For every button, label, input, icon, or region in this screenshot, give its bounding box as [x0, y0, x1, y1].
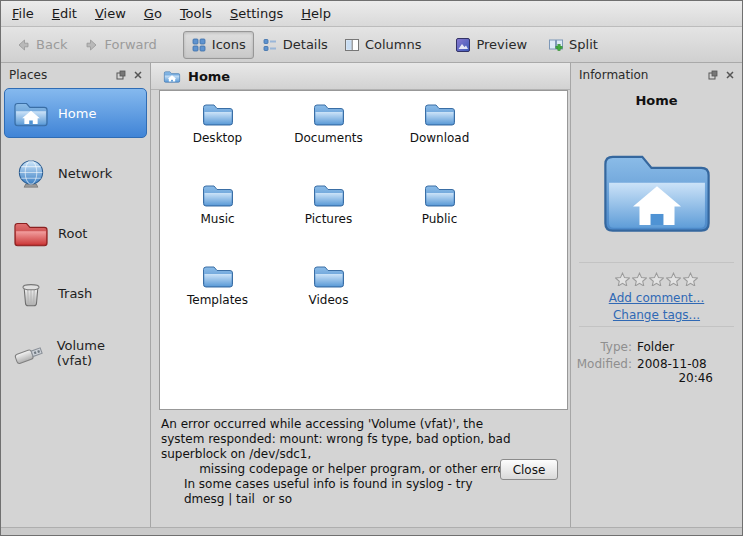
globe-icon [13, 158, 49, 188]
type-label: Type: [571, 340, 637, 354]
folder-label: Public [422, 212, 458, 226]
add-comment-link[interactable]: Add comment... [571, 291, 742, 305]
view-header-title: Home [188, 69, 230, 84]
folder-view[interactable]: Desktop Documents Download Music Picture… [159, 90, 568, 410]
folder-item-desktop[interactable]: Desktop [162, 100, 273, 145]
folder-label: Videos [309, 293, 349, 307]
folder-label: Documents [294, 131, 362, 145]
window-body: Places Home Network Root [1, 63, 742, 527]
back-arrow-icon [15, 37, 31, 53]
folder-item-music[interactable]: Music [162, 181, 273, 226]
file-manager-window: File Edit View Go Tools Settings Help Ba… [0, 0, 743, 536]
place-item-home[interactable]: Home [4, 88, 147, 138]
star-icon[interactable] [666, 272, 681, 286]
menu-help[interactable]: Help [292, 2, 340, 25]
menu-view[interactable]: View [86, 2, 135, 25]
red-folder-icon [12, 218, 50, 249]
usb-drive-icon [12, 338, 48, 368]
split-button[interactable]: Split [540, 31, 606, 59]
star-icon[interactable] [649, 272, 664, 286]
columns-view-icon [344, 37, 360, 53]
home-folder-icon [163, 69, 181, 84]
information-panel: Information Home Add comment... [570, 63, 742, 527]
back-button-label: Back [36, 37, 68, 52]
folder-item-videos[interactable]: Videos [273, 262, 384, 307]
folder-icon [423, 181, 457, 209]
separator [579, 262, 734, 263]
info-preview [571, 142, 742, 238]
detach-icon [116, 70, 126, 80]
folder-item-documents[interactable]: Documents [273, 100, 384, 145]
place-label: Home [58, 106, 96, 121]
statusbar [1, 527, 742, 535]
folder-item-download[interactable]: Download [384, 100, 495, 145]
menu-go[interactable]: Go [135, 2, 171, 25]
split-icon [548, 37, 564, 53]
star-icon[interactable] [615, 272, 630, 286]
forward-button-label: Forward [105, 37, 157, 52]
menu-edit[interactable]: Edit [43, 2, 86, 25]
information-detach-button[interactable] [705, 67, 720, 82]
rating-stars[interactable] [571, 272, 742, 286]
star-icon[interactable] [683, 272, 698, 286]
menu-settings[interactable]: Settings [221, 2, 292, 25]
detach-icon [708, 70, 718, 80]
close-x-icon [725, 70, 735, 80]
forward-arrow-icon [84, 37, 100, 53]
places-close-button[interactable] [130, 67, 145, 82]
place-item-volume-vfat[interactable]: Volume (vfat) [4, 328, 147, 378]
folder-item-pictures[interactable]: Pictures [273, 181, 384, 226]
view-header[interactable]: Home [151, 63, 570, 90]
info-metadata: Type: Folder Modified: 2008-11-08 20:46 [571, 340, 742, 385]
big-home-folder-icon [598, 142, 716, 238]
split-label: Split [569, 37, 598, 52]
details-view-button[interactable]: Details [254, 31, 336, 59]
toolbar: Back Forward Icons Details Columns Previ… [1, 27, 742, 63]
columns-view-button[interactable]: Columns [336, 31, 430, 59]
icons-view-label: Icons [212, 37, 246, 52]
folder-icon [312, 100, 346, 128]
preview-label: Preview [476, 37, 527, 52]
folder-item-public[interactable]: Public [384, 181, 495, 226]
modified-value: 2008-11-08 20:46 [637, 357, 713, 385]
forward-button[interactable]: Forward [76, 31, 165, 59]
places-detach-button[interactable] [113, 67, 128, 82]
places-panel-title: Places [9, 68, 111, 82]
place-item-root[interactable]: Root [4, 208, 147, 258]
folder-label: Desktop [193, 131, 243, 145]
close-button[interactable]: Close [500, 459, 558, 480]
places-panel-header: Places [1, 63, 150, 86]
folder-icon [423, 100, 457, 128]
type-value: Folder [637, 340, 713, 354]
modified-date: 2008-11-08 [637, 357, 707, 371]
back-button[interactable]: Back [7, 31, 76, 59]
information-panel-header: Information [571, 63, 742, 86]
menubar: File Edit View Go Tools Settings Help [1, 1, 742, 27]
place-label: Network [58, 166, 112, 181]
icons-view-icon [191, 37, 207, 53]
change-tags-link[interactable]: Change tags... [571, 308, 742, 322]
icons-view-button[interactable]: Icons [183, 31, 254, 59]
place-item-trash[interactable]: Trash [4, 268, 147, 318]
folder-label: Download [410, 131, 470, 145]
menu-file[interactable]: File [3, 2, 43, 25]
folder-label: Pictures [305, 212, 353, 226]
columns-view-label: Columns [365, 37, 422, 52]
folder-icon [312, 262, 346, 290]
menu-tools[interactable]: Tools [171, 2, 221, 25]
preview-icon [455, 37, 471, 53]
folder-item-templates[interactable]: Templates [162, 262, 273, 307]
star-icon[interactable] [632, 272, 647, 286]
preview-button[interactable]: Preview [447, 31, 535, 59]
place-label: Trash [58, 286, 92, 301]
information-close-button[interactable] [722, 67, 737, 82]
folder-icon [201, 100, 235, 128]
folder-icon [312, 181, 346, 209]
modified-time: 20:46 [637, 371, 713, 385]
places-panel: Places Home Network Root [1, 63, 151, 527]
place-item-network[interactable]: Network [4, 148, 147, 198]
error-message-area: An error occurred while accessing 'Volum… [151, 410, 570, 527]
home-folder-icon [12, 98, 50, 129]
close-x-icon [133, 70, 143, 80]
folder-label: Templates [187, 293, 248, 307]
